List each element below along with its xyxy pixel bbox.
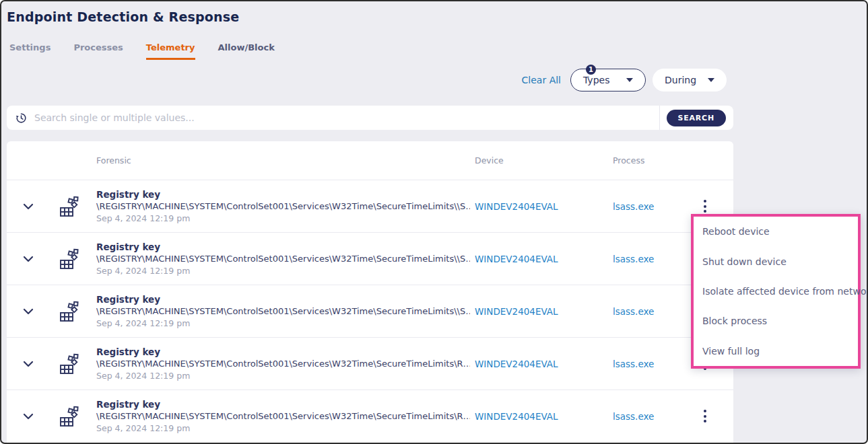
search-history-icon[interactable] — [15, 112, 28, 124]
row-expand-button[interactable] — [7, 413, 50, 420]
process-link[interactable]: lsass.exe — [613, 201, 654, 212]
search-bar: SEARCH — [7, 106, 733, 130]
row-actions-context-menu: Reboot deviceShut down deviceIsolate aff… — [691, 214, 861, 369]
context-menu-item[interactable]: Reboot device — [694, 217, 858, 246]
tab-processes[interactable]: Processes — [73, 42, 123, 60]
forensic-timestamp: Sep 4, 2024 12:19 pm — [96, 213, 475, 225]
forensic-path: \REGISTRY\MACHINE\SYSTEM\ControlSet001\S… — [96, 253, 470, 265]
tabs: Settings Processes Telemetry Allow/Block — [9, 42, 275, 60]
table-row: Registry key \REGISTRY\MACHINE\SYSTEM\Co… — [7, 180, 733, 232]
context-menu-item[interactable]: Isolate affected device from network — [694, 276, 858, 306]
tab-label: Settings — [9, 42, 51, 52]
row-expand-button[interactable] — [7, 361, 50, 367]
forensic-path: \REGISTRY\MACHINE\SYSTEM\ControlSet001\S… — [96, 200, 470, 213]
tab-label: Allow/Block — [218, 42, 275, 52]
forensic-timestamp: Sep 4, 2024 12:19 pm — [96, 370, 475, 382]
registry-key-icon — [50, 301, 96, 322]
chevron-down-icon — [23, 413, 34, 420]
process-link[interactable]: lsass.exe — [613, 306, 654, 317]
table-row: Registry key \REGISTRY\MACHINE\SYSTEM\Co… — [7, 337, 733, 390]
forensic-type: Registry key — [96, 293, 475, 305]
column-header-forensic: Forensic — [96, 155, 475, 165]
chevron-down-icon — [23, 203, 34, 210]
registry-key-icon — [50, 196, 96, 217]
tab-label: Telemetry — [146, 42, 195, 52]
tab-allow-block[interactable]: Allow/Block — [218, 42, 275, 60]
forensic-path: \REGISTRY\MACHINE\SYSTEM\ControlSet001\S… — [96, 305, 470, 318]
column-header-process: Process — [613, 155, 694, 165]
column-header-device: Device — [475, 155, 613, 165]
row-expand-button[interactable] — [7, 203, 50, 210]
device-link[interactable]: WINDEV2404EVAL — [475, 359, 558, 369]
table-row: Registry key \REGISTRY\MACHINE\SYSTEM\Co… — [7, 390, 733, 442]
during-filter-label: During — [665, 75, 696, 85]
chevron-down-icon — [708, 78, 714, 82]
process-link[interactable]: lsass.exe — [613, 254, 654, 264]
chevron-down-icon — [23, 361, 34, 367]
search-input[interactable] — [34, 106, 659, 130]
forensic-timestamp: Sep 4, 2024 12:19 pm — [96, 265, 475, 277]
tab-label: Processes — [73, 42, 123, 52]
search-button[interactable]: SEARCH — [667, 110, 727, 126]
chevron-down-icon — [23, 256, 34, 262]
forensic-cell: Registry key \REGISTRY\MACHINE\SYSTEM\Co… — [96, 346, 475, 382]
table-header-row: Forensic Device Process — [7, 141, 733, 180]
types-filter-dropdown[interactable]: 1 Types — [570, 69, 646, 91]
tab-settings[interactable]: Settings — [9, 42, 51, 60]
row-actions-kebab-button[interactable] — [702, 408, 708, 424]
forensic-type: Registry key — [96, 346, 475, 358]
row-actions-kebab-button[interactable] — [702, 198, 708, 215]
device-link[interactable]: WINDEV2404EVAL — [475, 306, 558, 317]
forensic-timestamp: Sep 4, 2024 12:19 pm — [96, 422, 475, 435]
row-expand-button[interactable] — [7, 308, 50, 315]
process-link[interactable]: lsass.exe — [613, 359, 654, 369]
filter-bar: Clear All 1 Types During — [1, 69, 727, 91]
device-link[interactable]: WINDEV2404EVAL — [475, 411, 558, 422]
context-menu-item[interactable]: Shut down device — [694, 246, 858, 276]
chevron-down-icon — [23, 308, 34, 315]
table-row: Registry key \REGISTRY\MACHINE\SYSTEM\Co… — [7, 232, 733, 285]
table-row: Registry key \REGISTRY\MACHINE\SYSTEM\Co… — [7, 285, 733, 337]
edr-window: Endpoint Detection & Response Settings P… — [0, 0, 868, 444]
forensic-path: \REGISTRY\MACHINE\SYSTEM\ControlSet001\S… — [96, 410, 470, 422]
forensic-cell: Registry key \REGISTRY\MACHINE\SYSTEM\Co… — [96, 398, 475, 435]
forensic-type: Registry key — [96, 241, 475, 253]
during-filter-dropdown[interactable]: During — [653, 69, 727, 91]
device-link[interactable]: WINDEV2404EVAL — [475, 201, 558, 212]
forensic-type: Registry key — [96, 188, 475, 200]
registry-key-icon — [50, 248, 96, 270]
context-menu-item[interactable]: View full log — [694, 336, 858, 366]
registry-key-icon — [50, 353, 96, 375]
forensic-timestamp: Sep 4, 2024 12:19 pm — [96, 318, 475, 330]
clear-all-link[interactable]: Clear All — [522, 75, 561, 85]
telemetry-table: Forensic Device Process Registry key \RE… — [7, 141, 733, 444]
table-body: Registry key \REGISTRY\MACHINE\SYSTEM\Co… — [7, 180, 733, 442]
forensic-path: \REGISTRY\MACHINE\SYSTEM\ControlSet001\S… — [96, 358, 470, 370]
process-link[interactable]: lsass.exe — [613, 411, 654, 422]
registry-key-icon — [50, 406, 96, 427]
row-expand-button[interactable] — [7, 256, 50, 262]
forensic-cell: Registry key \REGISTRY\MACHINE\SYSTEM\Co… — [96, 293, 475, 330]
chevron-down-icon — [626, 78, 633, 82]
forensic-cell: Registry key \REGISTRY\MACHINE\SYSTEM\Co… — [96, 188, 475, 225]
forensic-cell: Registry key \REGISTRY\MACHINE\SYSTEM\Co… — [96, 241, 475, 277]
tab-telemetry[interactable]: Telemetry — [146, 42, 195, 60]
context-menu-item[interactable]: Block process — [694, 306, 858, 336]
page-title: Endpoint Detection & Response — [7, 9, 239, 24]
device-link[interactable]: WINDEV2404EVAL — [475, 254, 558, 264]
forensic-type: Registry key — [96, 398, 475, 410]
types-filter-badge: 1 — [586, 65, 596, 75]
types-filter-label: Types — [583, 75, 609, 85]
divider — [659, 106, 660, 130]
